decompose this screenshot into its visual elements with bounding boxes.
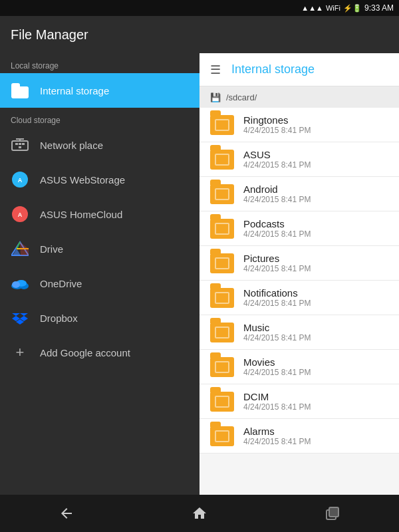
svg-text:A: A [18,177,23,184]
right-panel: ☰ Internal storage 💾 /sdcard/ Ringtones … [200,53,399,495]
battery-icon: ⚡🔋 [343,4,362,13]
file-meta: 4/24/2015 8:41 PM [243,264,311,273]
file-item[interactable]: Movies 4/24/2015 8:41 PM [200,350,399,384]
file-item[interactable]: Notifications 4/24/2015 8:41 PM [200,281,399,315]
folder-icon [210,392,234,412]
sidebar-item-drive[interactable]: Drive [0,231,200,266]
dropbox-icon [11,309,29,327]
svg-rect-2 [19,143,21,145]
svg-point-19 [12,281,20,288]
sidebar-item-asus-homecloud[interactable]: A ASUS HomeCloud [0,197,200,231]
file-info: Music 4/24/2015 8:41 PM [243,322,311,342]
wifi-icon: WiFi [326,4,340,12]
content-area: Local storage Internal storage Cloud sto… [0,53,399,495]
file-info: DCIM 4/24/2015 8:41 PM [243,391,311,412]
file-meta: 4/24/2015 8:41 PM [243,437,311,446]
drive-icon [11,239,29,258]
folder-icon [210,219,234,239]
asus-homecloud-icon: A [11,205,29,223]
file-info: Alarms 4/24/2015 8:41 PM [243,426,311,446]
svg-text:A: A [18,211,23,218]
status-icons: ▲▲▲ WiFi ⚡🔋 9:33 AM [301,3,394,13]
svg-marker-15 [20,242,29,255]
sdcard-path: 💾 /sdcard/ [200,86,399,108]
file-item[interactable]: Music 4/24/2015 8:41 PM [200,315,399,350]
back-button[interactable] [47,500,86,527]
plus-icon: + [11,343,29,362]
file-meta: 4/24/2015 8:41 PM [243,126,311,135]
file-item[interactable]: DCIM 4/24/2015 8:41 PM [200,384,399,419]
file-info: Android 4/24/2015 8:41 PM [243,184,311,204]
folder-icon [210,357,234,377]
internal-storage-icon [11,81,29,100]
app-container: File Manager Local storage Internal stor… [0,16,399,532]
recent-apps-button[interactable] [313,500,352,527]
file-name: Music [243,322,311,333]
file-name: Android [243,184,311,195]
sidebar-item-onedrive[interactable]: OneDrive [0,266,200,301]
sidebar-onedrive-label: OneDrive [40,278,82,289]
cloud-storage-label: Cloud storage [0,108,200,128]
sidebar-network-place-label: Network place [40,140,103,151]
file-item[interactable]: ASUS 4/24/2015 8:41 PM [200,142,399,177]
file-name: DCIM [243,391,311,402]
sidebar-item-asus-webstorage[interactable]: A ASUS WebStorage [0,162,200,197]
file-list: Ringtones 4/24/2015 8:41 PM ASUS 4/24/20… [200,108,399,495]
file-item[interactable]: Podcasts 4/24/2015 8:41 PM [200,211,399,246]
folder-icon [210,288,234,308]
sidebar: Local storage Internal storage Cloud sto… [0,53,200,495]
file-name: ASUS [243,149,311,160]
sidebar-asus-ws-label: ASUS WebStorage [40,174,125,186]
sdcard-path-text: /sdcard/ [226,92,257,102]
file-name: Pictures [243,253,311,264]
network-place-icon [11,136,29,154]
svg-rect-0 [12,141,28,150]
sidebar-asus-hc-label: ASUS HomeCloud [40,209,122,220]
signal-icon: ▲▲▲ [301,4,323,12]
home-button[interactable] [180,500,219,527]
file-meta: 4/24/2015 8:41 PM [243,160,311,170]
file-name: Ringtones [243,114,311,126]
file-item[interactable]: Alarms 4/24/2015 8:41 PM [200,419,399,454]
sidebar-internal-storage-label: Internal storage [40,85,109,96]
folder-icon [210,253,234,273]
sidebar-item-dropbox[interactable]: Dropbox [0,301,200,335]
panel-header: ☰ Internal storage [200,53,399,86]
folder-icon [210,115,234,135]
svg-rect-4 [19,146,21,148]
status-time: 9:33 AM [364,3,394,13]
onedrive-icon [11,274,29,293]
add-account-label: Add Google account [40,347,130,358]
sidebar-dropbox-label: Dropbox [40,313,78,324]
svg-rect-1 [15,143,18,145]
sidebar-item-network-place[interactable]: Network place [0,128,200,162]
add-google-account-button[interactable]: + Add Google account [0,335,200,370]
status-bar: ▲▲▲ WiFi ⚡🔋 9:33 AM [0,0,399,16]
folder-icon [210,184,234,204]
asus-webstorage-icon: A [11,170,29,189]
file-info: Notifications 4/24/2015 8:41 PM [243,287,311,308]
file-meta: 4/24/2015 8:41 PM [243,368,311,377]
hamburger-icon[interactable]: ☰ [210,63,221,77]
file-item[interactable]: Ringtones 4/24/2015 8:41 PM [200,108,399,142]
sidebar-drive-label: Drive [40,243,63,255]
file-info: Movies 4/24/2015 8:41 PM [243,356,311,377]
app-header: File Manager [0,16,399,53]
sidebar-item-internal-storage[interactable]: Internal storage [0,73,200,108]
bottom-nav [0,495,399,532]
svg-rect-3 [22,143,25,145]
file-meta: 4/24/2015 8:41 PM [243,299,311,308]
file-name: Alarms [243,426,311,437]
svg-rect-24 [329,507,338,517]
file-meta: 4/24/2015 8:41 PM [243,333,311,342]
file-info: Pictures 4/24/2015 8:41 PM [243,253,311,273]
file-item[interactable]: Pictures 4/24/2015 8:41 PM [200,246,399,281]
folder-icon [210,426,234,446]
file-name: Podcasts [243,218,311,229]
file-meta: 4/24/2015 8:41 PM [243,195,311,204]
file-item[interactable]: Android 4/24/2015 8:41 PM [200,177,399,211]
file-info: Podcasts 4/24/2015 8:41 PM [243,218,311,239]
file-meta: 4/24/2015 8:41 PM [243,229,311,239]
app-title: File Manager [11,27,88,43]
file-info: Ringtones 4/24/2015 8:41 PM [243,114,311,135]
